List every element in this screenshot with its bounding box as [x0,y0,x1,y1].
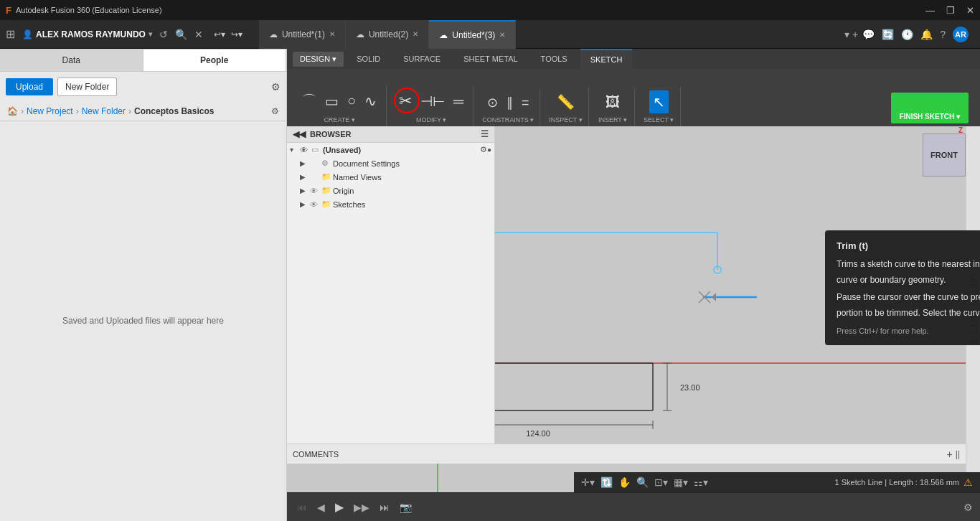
user-section[interactable]: 👤 ALEX RAMOS RAYMUNDO ▾ [22,29,152,39]
tab-untitled1[interactable]: ☁ Untitled*(1) ✕ [259,20,346,49]
tab1-close-icon[interactable]: ✕ [329,30,335,38]
doc-settings-label: Document Settings [333,159,491,168]
breadcrumb-current: Conceptos Basicos [134,106,214,116]
breadcrumb-settings-icon[interactable]: ⚙ [271,106,279,116]
tab-sketch[interactable]: SKETCH [580,49,633,69]
browser-item-document-settings[interactable]: ▶ ⚙ Document Settings [287,156,494,170]
tab-sheet-metal[interactable]: SHEET METAL [453,49,527,69]
browser-menu-icon[interactable]: ☰ [481,129,489,139]
minimize-button[interactable]: — [925,5,935,16]
constraint-equals[interactable]: = [518,93,533,113]
spline-tool[interactable]: ∿ [361,90,380,113]
rect-tool[interactable]: ▭ [321,90,342,113]
restore-button[interactable]: ❐ [946,5,955,16]
insert-label[interactable]: INSERT ▾ [598,116,627,123]
constraint-coincident[interactable]: ⊙ [484,92,501,113]
pan-icon[interactable]: ✋ [618,477,631,488]
browser-expand-icon[interactable]: ▾ [290,146,300,154]
tab-untitled2[interactable]: ☁ Untitled(2) ✕ [346,20,429,49]
inspect-measure[interactable]: 📏 [553,90,578,113]
search-icon[interactable]: 🔍 [175,29,187,40]
finish-sketch-button[interactable]: ✔ FINISH SKETCH ▾ [891,93,969,123]
sketches-expand-icon[interactable]: ▶ [300,200,310,208]
grid-settings-icon[interactable]: ⚏▾ [694,477,708,488]
design-button[interactable]: DESIGN ▾ [293,52,344,67]
bell-icon[interactable]: 🔔 [920,29,933,40]
tab-tools[interactable]: TOOLS [531,49,578,69]
comment-icon[interactable]: 💬 [862,29,875,40]
history-icon[interactable]: 🕐 [901,29,913,40]
zoom-icon[interactable]: 🔍 [636,477,649,488]
create-label[interactable]: CREATE ▾ [324,116,354,123]
settings-timeline-icon[interactable]: ⚙ [963,502,973,513]
constraint-parallel[interactable]: ∥ [503,92,517,113]
redo-button[interactable]: ↪▾ [229,28,245,41]
browser-eye-icon[interactable]: 👁 [300,146,311,154]
tab3-close-icon[interactable]: ✕ [499,31,505,39]
tab-chevron-icon[interactable]: ▾ [844,29,849,40]
offset-tool[interactable]: ═ [450,90,467,113]
tooltip-line4: portion to be trimmed. Select the curve … [837,306,980,319]
tab-surface[interactable]: SURFACE [393,49,451,69]
breadcrumb-project[interactable]: New Project [27,106,73,116]
timeline-last-button[interactable]: ⏭ [377,500,392,515]
browser-root-dot-icon[interactable]: ● [487,146,491,154]
zoom-fit-icon[interactable]: ⊡▾ [654,477,668,488]
refresh-icon[interactable]: ↺ [159,29,168,40]
sync-icon[interactable]: 🔄 [882,29,894,40]
sketches-eye-icon[interactable]: 👁 [310,200,321,209]
avatar[interactable]: AR [953,27,969,42]
view-cube-face[interactable]: FRONT [923,133,966,177]
extend-tool[interactable]: ⊣⊢ [417,90,448,113]
breadcrumb-folder[interactable]: New Folder [82,106,126,116]
display-icon[interactable]: ▦▾ [674,477,688,488]
browser-item-sketches[interactable]: ▶ 👁 📁 Sketches [287,197,494,211]
tab-untitled3[interactable]: ☁ Untitled*(3) ✕ [429,20,516,49]
trim-tool[interactable]: ✂ [395,89,415,113]
browser-item-origin[interactable]: ▶ 👁 📁 Origin [287,184,494,197]
comments-add-icon[interactable]: + [947,449,953,460]
tab-add-icon[interactable]: + [852,29,858,40]
tab-solid[interactable]: SOLID [347,49,390,69]
inspect-label[interactable]: INSPECT ▾ [549,116,582,123]
browser-title: BROWSER [310,130,481,139]
upload-button[interactable]: Upload [6,78,53,95]
timeline-play-button[interactable]: ▶ [332,499,347,515]
doc-settings-expand-icon[interactable]: ▶ [300,159,310,167]
origin-eye-icon[interactable]: 👁 [310,187,321,195]
circle-tool[interactable]: ○ [344,90,359,112]
timeline-prev-button[interactable]: ◀ [314,500,328,515]
orbit-icon[interactable]: 🔃 [600,477,613,488]
browser-collapse-icon[interactable]: ◀◀ [293,129,306,139]
close-button[interactable]: ✕ [966,5,974,16]
timeline-first-button[interactable]: ⏮ [294,500,310,515]
move-icon[interactable]: ✛▾ [581,477,595,488]
help-icon[interactable]: ? [940,29,946,40]
undo-button[interactable]: ↩▾ [212,28,227,41]
breadcrumb-home[interactable]: 🏠 [7,106,18,116]
topbar-close-icon[interactable]: ✕ [194,29,203,40]
grid-icon[interactable]: ⊞ [6,27,15,41]
browser-root-item[interactable]: ▾ 👁 ▭ (Unsaved) ⚙ ● [287,143,494,156]
browser-item-named-views[interactable]: ▶ 📁 Named Views [287,170,494,184]
browser-root-gear-icon[interactable]: ⚙ [480,145,487,154]
view-cube[interactable]: FRONT Z X [915,133,973,191]
modify-label[interactable]: MODIFY ▾ [416,116,446,123]
new-folder-button[interactable]: New Folder [57,78,117,96]
camera-icon[interactable]: 📷 [400,502,412,513]
select-tool-btn[interactable]: ↖ [649,90,669,113]
named-views-expand-icon[interactable]: ▶ [300,173,310,181]
constraints-label[interactable]: CONSTRAINTS ▾ [482,116,534,123]
tab-people[interactable]: People [143,49,287,71]
canvas-area[interactable]: 124.00 23.00 50 50 FRONT Z X SKETCH PALE… [287,126,980,492]
insert-image[interactable]: 🖼 [602,91,623,113]
line-tool[interactable]: ⌒ [298,88,320,113]
panel-settings-icon[interactable]: ⚙ [271,81,281,93]
timeline-next-button[interactable]: ▶▶ [351,500,372,515]
tab2-close-icon[interactable]: ✕ [413,30,418,38]
comments-collapse-icon[interactable]: || [956,449,960,459]
origin-expand-icon[interactable]: ▶ [300,187,310,194]
select-label[interactable]: SELECT ▾ [644,116,674,123]
tab-data[interactable]: Data [0,49,143,71]
titlebar-controls[interactable]: — ❐ ✕ [925,5,974,16]
